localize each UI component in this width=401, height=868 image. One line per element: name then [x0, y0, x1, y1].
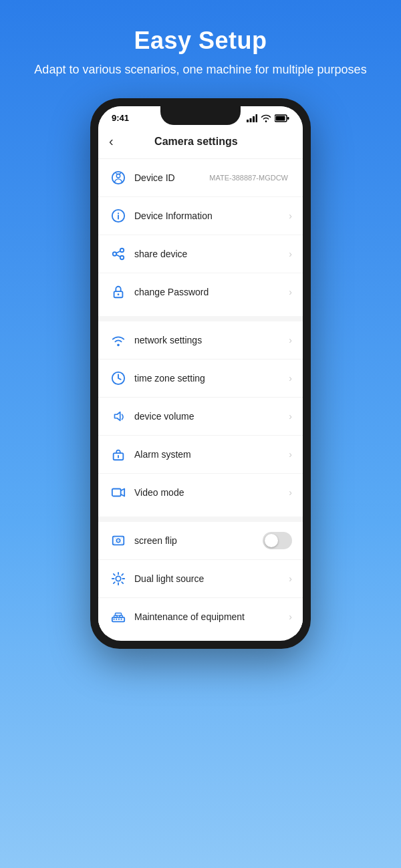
group-divider-2	[98, 517, 303, 522]
hero-subtitle: Adapt to various scenarios, one machine …	[34, 61, 366, 78]
status-icons	[247, 114, 289, 122]
svg-point-8	[116, 174, 120, 178]
settings-item-maintenance[interactable]: Maintenance of equipment ›	[98, 598, 303, 635]
svg-rect-1	[250, 118, 252, 122]
settings-group-3: screen flip	[98, 522, 303, 635]
settings-item-volume[interactable]: device volume ›	[98, 398, 303, 436]
dual-light-label: Dual light source	[134, 573, 289, 584]
settings-item-timezone[interactable]: time zone setting ›	[98, 359, 303, 398]
device-information-label: Device Information	[134, 210, 289, 221]
chevron-icon: ›	[289, 449, 292, 460]
svg-line-15	[116, 251, 120, 253]
flip-icon	[109, 531, 128, 550]
svg-rect-0	[247, 120, 249, 122]
phone-screen: 9:41	[98, 106, 303, 641]
change-password-label: change Password	[134, 287, 289, 297]
volume-label: device volume	[134, 411, 289, 422]
svg-line-16	[116, 255, 120, 257]
device-id-label: Device ID	[134, 172, 209, 183]
chevron-icon: ›	[289, 373, 292, 384]
share-device-label: share device	[134, 249, 289, 259]
nav-title: Camera settings	[119, 136, 273, 148]
back-button[interactable]: ‹	[109, 131, 119, 152]
signal-icon	[247, 114, 257, 122]
notch	[160, 106, 241, 125]
hero-title: Easy Setup	[34, 27, 366, 55]
svg-rect-42	[115, 613, 121, 616]
alarm-icon	[109, 445, 128, 464]
svg-point-13	[113, 252, 117, 256]
info-icon	[109, 206, 128, 225]
chevron-icon: ›	[289, 611, 292, 622]
wifi-icon	[109, 331, 128, 349]
maintenance-icon	[109, 607, 128, 626]
svg-point-12	[120, 249, 124, 253]
settings-item-screen-flip[interactable]: screen flip	[98, 522, 303, 560]
settings-item-device-id[interactable]: Device ID MATE-388887-MGDCW	[98, 159, 303, 197]
alarm-label: Alarm system	[134, 449, 289, 460]
svg-point-26	[116, 577, 120, 581]
chevron-icon: ›	[289, 249, 292, 259]
light-icon	[109, 569, 128, 588]
network-settings-label: network settings	[134, 335, 289, 345]
device-id-icon	[109, 168, 128, 187]
settings-item-device-information[interactable]: Device Information ›	[98, 197, 303, 235]
svg-rect-6	[287, 117, 289, 120]
share-icon	[109, 245, 128, 263]
svg-line-31	[114, 574, 115, 575]
svg-line-32	[122, 582, 123, 583]
device-id-value: MATE-388887-MGDCW	[209, 174, 288, 182]
settings-item-dual-light[interactable]: Dual light source ›	[98, 560, 303, 598]
chevron-icon: ›	[289, 487, 292, 498]
video-icon	[109, 483, 128, 502]
nav-bar: ‹ Camera settings	[98, 126, 303, 159]
settings-item-share-device[interactable]: share device ›	[98, 235, 303, 273]
battery-status-icon	[275, 114, 289, 122]
svg-rect-2	[253, 116, 255, 122]
svg-rect-5	[276, 116, 285, 120]
svg-point-22	[118, 457, 119, 458]
chevron-icon: ›	[289, 411, 292, 422]
screen-flip-toggle[interactable]	[263, 532, 292, 549]
svg-rect-23	[112, 489, 121, 496]
clock-icon	[109, 369, 128, 388]
chevron-icon: ›	[289, 210, 292, 221]
wifi-status-icon	[261, 114, 271, 122]
toggle-thumb	[265, 534, 278, 547]
volume-icon	[109, 407, 128, 426]
svg-point-14	[120, 256, 124, 260]
video-mode-label: Video mode	[134, 487, 289, 498]
maintenance-label: Maintenance of equipment	[134, 611, 289, 622]
settings-list: Device ID MATE-388887-MGDCW Device Infor…	[98, 159, 303, 635]
svg-rect-3	[256, 114, 258, 122]
screen-flip-label: screen flip	[134, 535, 263, 546]
chevron-icon: ›	[289, 287, 292, 297]
svg-line-34	[114, 582, 115, 583]
svg-line-33	[122, 574, 123, 575]
status-bar: 9:41	[98, 106, 303, 126]
phone-wrapper: 9:41	[90, 98, 311, 649]
chevron-icon: ›	[289, 335, 292, 345]
settings-group-1: Device ID MATE-388887-MGDCW Device Infor…	[98, 159, 303, 311]
lock-icon	[109, 283, 128, 301]
settings-group-2: network settings › time zone setting ›	[98, 321, 303, 511]
timezone-label: time zone setting	[134, 373, 289, 384]
hero-section: Easy Setup Adapt to various scenarios, o…	[7, 0, 393, 92]
settings-item-alarm[interactable]: Alarm system ›	[98, 436, 303, 474]
settings-item-network[interactable]: network settings ›	[98, 321, 303, 359]
group-divider-1	[98, 316, 303, 321]
settings-item-video-mode[interactable]: Video mode ›	[98, 474, 303, 511]
chevron-icon: ›	[289, 573, 292, 584]
svg-point-18	[118, 293, 120, 295]
svg-marker-20	[115, 412, 120, 421]
settings-item-change-password[interactable]: change Password ›	[98, 273, 303, 311]
status-time: 9:41	[112, 113, 129, 123]
